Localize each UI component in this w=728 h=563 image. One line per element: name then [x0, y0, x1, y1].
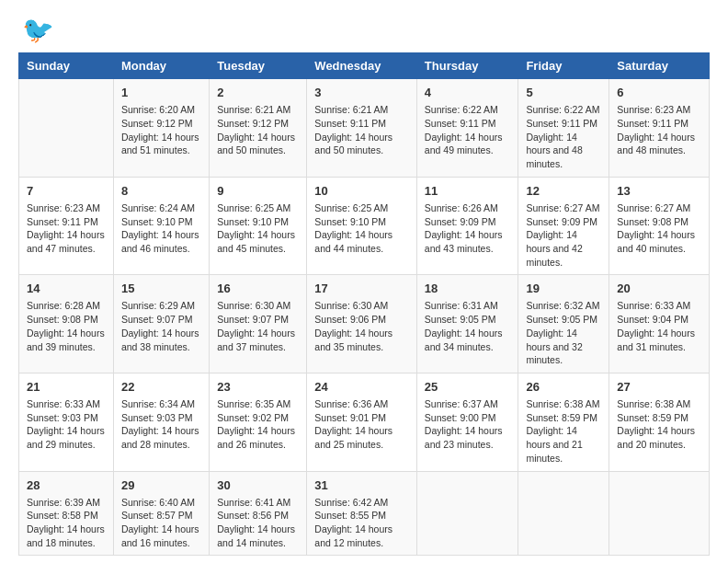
day-number: 13: [617, 183, 701, 200]
day-number: 22: [121, 379, 201, 396]
daylight-text: Daylight: 14 hours and 50 minutes.: [217, 131, 299, 157]
sunset-text: Sunset: 9:10 PM: [314, 215, 409, 229]
day-cell: 1Sunrise: 6:20 AMSunset: 9:12 PMDaylight…: [113, 79, 209, 178]
week-row-1: 1Sunrise: 6:20 AMSunset: 9:12 PMDaylight…: [19, 79, 710, 178]
daylight-text: Daylight: 14 hours and 50 minutes.: [314, 131, 409, 157]
daylight-text: Daylight: 14 hours and 45 minutes.: [217, 228, 299, 255]
day-number: 14: [27, 281, 106, 297]
day-number: 16: [217, 281, 299, 297]
day-cell: 6Sunrise: 6:23 AMSunset: 9:11 PMDaylight…: [609, 79, 710, 178]
daylight-text: Daylight: 14 hours and 39 minutes.: [27, 327, 106, 353]
day-cell: 28Sunrise: 6:39 AMSunset: 8:58 PMDayligh…: [19, 471, 114, 556]
day-cell: [518, 471, 609, 556]
daylight-text: Daylight: 14 hours and 38 minutes.: [121, 327, 201, 353]
day-cell: 26Sunrise: 6:38 AMSunset: 8:59 PMDayligh…: [518, 373, 609, 471]
day-cell: 27Sunrise: 6:38 AMSunset: 8:59 PMDayligh…: [609, 373, 710, 471]
sunrise-text: Sunrise: 6:25 AM: [314, 201, 409, 215]
day-number: 9: [217, 183, 299, 200]
sunset-text: Sunset: 9:05 PM: [526, 313, 601, 327]
day-cell: 18Sunrise: 6:31 AMSunset: 9:05 PMDayligh…: [416, 275, 518, 373]
daylight-text: Daylight: 14 hours and 43 minutes.: [425, 228, 511, 255]
day-number: 21: [27, 379, 106, 396]
day-cell: 21Sunrise: 6:33 AMSunset: 9:03 PMDayligh…: [19, 373, 114, 471]
sunrise-text: Sunrise: 6:21 AM: [314, 103, 409, 117]
daylight-text: Daylight: 14 hours and 37 minutes.: [217, 327, 299, 353]
daylight-text: Daylight: 14 hours and 32 minutes.: [526, 327, 601, 367]
daylight-text: Daylight: 14 hours and 21 minutes.: [526, 424, 601, 465]
header-row: SundayMondayTuesdayWednesdayThursdayFrid…: [19, 53, 710, 79]
logo-bird-icon: 🐦: [22, 15, 54, 45]
sunrise-text: Sunrise: 6:40 AM: [121, 496, 201, 510]
sunrise-text: Sunrise: 6:28 AM: [27, 299, 106, 313]
day-cell: [609, 471, 710, 556]
daylight-text: Daylight: 14 hours and 28 minutes.: [121, 424, 201, 451]
calendar-table: SundayMondayTuesdayWednesdayThursdayFrid…: [18, 52, 710, 556]
daylight-text: Daylight: 14 hours and 44 minutes.: [314, 228, 409, 255]
week-row-5: 28Sunrise: 6:39 AMSunset: 8:58 PMDayligh…: [19, 471, 710, 556]
sunrise-text: Sunrise: 6:27 AM: [617, 201, 701, 215]
sunrise-text: Sunrise: 6:21 AM: [217, 103, 299, 117]
daylight-text: Daylight: 14 hours and 20 minutes.: [617, 424, 701, 451]
day-number: 27: [617, 379, 701, 396]
day-cell: 22Sunrise: 6:34 AMSunset: 9:03 PMDayligh…: [113, 373, 209, 471]
day-cell: 29Sunrise: 6:40 AMSunset: 8:57 PMDayligh…: [113, 471, 209, 556]
daylight-text: Daylight: 14 hours and 35 minutes.: [314, 327, 409, 353]
sunset-text: Sunset: 9:03 PM: [27, 411, 106, 425]
sunrise-text: Sunrise: 6:41 AM: [217, 496, 299, 510]
sunrise-text: Sunrise: 6:35 AM: [217, 397, 299, 411]
sunrise-text: Sunrise: 6:36 AM: [314, 397, 409, 411]
col-header-tuesday: Tuesday: [210, 53, 307, 79]
sunrise-text: Sunrise: 6:27 AM: [526, 201, 601, 215]
sunset-text: Sunset: 9:11 PM: [27, 215, 106, 229]
day-number: 15: [121, 281, 201, 297]
day-number: 25: [425, 379, 511, 396]
sunrise-text: Sunrise: 6:33 AM: [27, 397, 106, 411]
sunset-text: Sunset: 9:07 PM: [217, 313, 299, 327]
day-cell: 17Sunrise: 6:30 AMSunset: 9:06 PMDayligh…: [307, 275, 417, 373]
day-number: 10: [314, 183, 409, 200]
day-cell: 5Sunrise: 6:22 AMSunset: 9:11 PMDaylight…: [518, 79, 609, 178]
daylight-text: Daylight: 14 hours and 26 minutes.: [217, 424, 299, 451]
day-cell: 16Sunrise: 6:30 AMSunset: 9:07 PMDayligh…: [210, 275, 307, 373]
sunset-text: Sunset: 9:07 PM: [121, 313, 201, 327]
week-row-4: 21Sunrise: 6:33 AMSunset: 9:03 PMDayligh…: [19, 373, 710, 471]
sunset-text: Sunset: 9:00 PM: [425, 411, 511, 425]
sunrise-text: Sunrise: 6:37 AM: [425, 397, 511, 411]
col-header-monday: Monday: [113, 53, 209, 79]
sunset-text: Sunset: 9:06 PM: [314, 313, 409, 327]
sunrise-text: Sunrise: 6:32 AM: [526, 299, 601, 313]
day-cell: 4Sunrise: 6:22 AMSunset: 9:11 PMDaylight…: [416, 79, 518, 178]
daylight-text: Daylight: 14 hours and 42 minutes.: [526, 228, 601, 269]
sunset-text: Sunset: 9:09 PM: [526, 215, 601, 229]
day-number: 12: [526, 183, 601, 200]
sunset-text: Sunset: 9:09 PM: [425, 215, 511, 229]
day-cell: 24Sunrise: 6:36 AMSunset: 9:01 PMDayligh…: [307, 373, 417, 471]
day-cell: 10Sunrise: 6:25 AMSunset: 9:10 PMDayligh…: [307, 177, 417, 275]
sunset-text: Sunset: 9:11 PM: [617, 117, 701, 131]
day-number: 8: [121, 183, 201, 200]
day-number: 7: [27, 183, 106, 200]
day-number: 20: [617, 281, 701, 297]
sunrise-text: Sunrise: 6:25 AM: [217, 201, 299, 215]
sunrise-text: Sunrise: 6:31 AM: [425, 299, 511, 313]
day-number: 24: [314, 379, 409, 396]
sunset-text: Sunset: 9:11 PM: [425, 117, 511, 131]
day-cell: [416, 471, 518, 556]
col-header-sunday: Sunday: [19, 53, 114, 79]
sunrise-text: Sunrise: 6:20 AM: [121, 103, 201, 117]
day-number: 31: [314, 477, 409, 494]
sunset-text: Sunset: 8:57 PM: [121, 509, 201, 523]
day-cell: 25Sunrise: 6:37 AMSunset: 9:00 PMDayligh…: [416, 373, 518, 471]
daylight-text: Daylight: 14 hours and 12 minutes.: [314, 523, 409, 549]
day-number: 30: [217, 477, 299, 494]
day-cell: 11Sunrise: 6:26 AMSunset: 9:09 PMDayligh…: [416, 177, 518, 275]
col-header-friday: Friday: [518, 53, 609, 79]
sunrise-text: Sunrise: 6:24 AM: [121, 201, 201, 215]
week-row-2: 7Sunrise: 6:23 AMSunset: 9:11 PMDaylight…: [19, 177, 710, 275]
day-cell: 7Sunrise: 6:23 AMSunset: 9:11 PMDaylight…: [19, 177, 114, 275]
sunrise-text: Sunrise: 6:23 AM: [27, 201, 106, 215]
day-cell: 2Sunrise: 6:21 AMSunset: 9:12 PMDaylight…: [210, 79, 307, 178]
sunrise-text: Sunrise: 6:34 AM: [121, 397, 201, 411]
day-number: 3: [314, 85, 409, 101]
sunrise-text: Sunrise: 6:23 AM: [617, 103, 701, 117]
